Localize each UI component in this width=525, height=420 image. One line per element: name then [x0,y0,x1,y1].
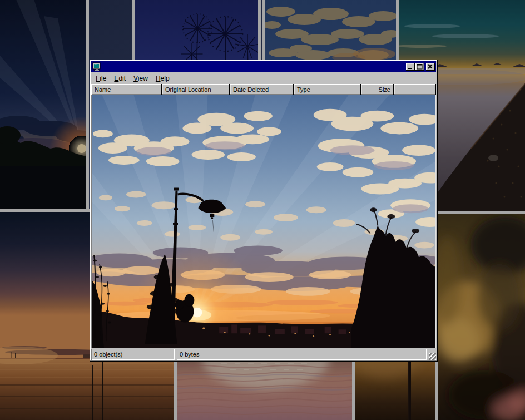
column-header-size[interactable]: Size [361,84,394,95]
minimize-button[interactable] [406,63,415,71]
status-bar: 0 object(s) 0 bytes [91,348,436,360]
column-header-row: Name Original Location Date Deleted Type… [91,84,436,95]
status-total-size: 0 bytes [177,349,427,360]
status-object-count: 0 object(s) [91,349,175,360]
computer-icon[interactable] [92,62,101,71]
photo-sunset-rays[interactable] [0,0,89,212]
sunset-lamp-photo [92,95,435,348]
tile-dim-overlay [0,0,86,209]
menu-edit[interactable]: Edit [110,73,130,84]
maximize-button[interactable] [415,63,424,71]
column-header-original-location[interactable]: Original Location [162,84,230,95]
window-titlebar[interactable] [91,61,436,72]
menu-view[interactable]: View [130,73,152,84]
minimize-icon [406,63,415,71]
close-icon [426,63,435,71]
column-header-type[interactable]: Type [294,84,361,95]
column-header-date-deleted[interactable]: Date Deleted [230,84,294,95]
file-list-window: File Edit View Help Name Original Locati… [90,60,438,362]
file-list-area[interactable] [91,95,436,348]
menu-help[interactable]: Help [152,73,174,84]
close-button[interactable] [426,63,435,71]
menu-bar: File Edit View Help [91,72,436,84]
photo-blurred-golden[interactable] [435,211,525,420]
resize-grip[interactable] [429,353,436,360]
column-header-filler[interactable] [394,84,436,95]
maximize-icon [415,63,424,71]
menu-file[interactable]: File [92,73,110,84]
tile-dim-overlay [438,214,525,420]
column-header-name[interactable]: Name [91,84,162,95]
